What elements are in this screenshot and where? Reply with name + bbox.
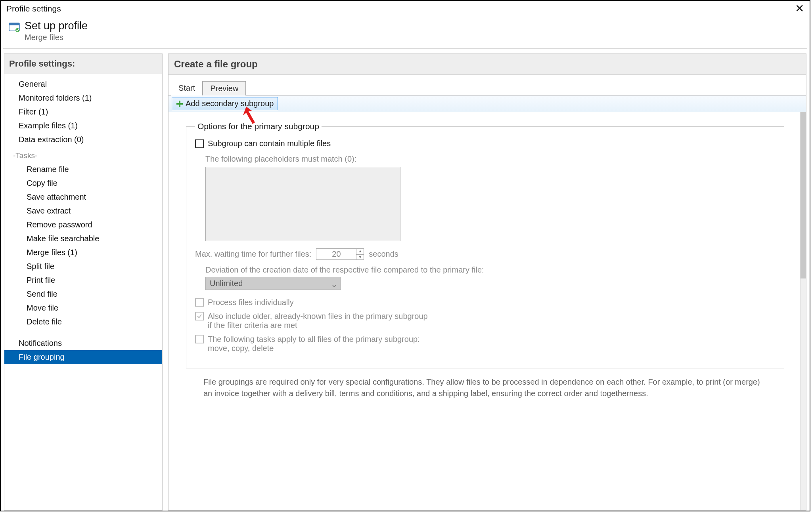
profile-icon [9, 21, 20, 32]
toolbar: Add secondary subgroup [169, 95, 806, 112]
wait-time-label: Max. waiting time for further files: [195, 250, 311, 259]
sidebar-item-save-attachment[interactable]: Save attachment [4, 190, 162, 204]
spinner-down-icon[interactable]: ▼ [356, 254, 364, 260]
checkbox-include-older[interactable] [195, 312, 204, 320]
deviation-select[interactable]: Unlimited [205, 277, 341, 290]
sidebar-item-copy-file[interactable]: Copy file [4, 176, 162, 190]
sidebar-item-save-extract[interactable]: Save extract [4, 204, 162, 218]
page-subtitle: Merge files [25, 33, 88, 42]
chevron-down-icon [332, 281, 337, 286]
sidebar-item-filter[interactable]: Filter (1) [4, 105, 162, 119]
page-title: Set up profile [25, 20, 88, 32]
sidebar-item-monitored-folders[interactable]: Monitored folders (1) [4, 91, 162, 105]
wait-time-unit: seconds [369, 250, 398, 259]
sidebar-item-remove-password[interactable]: Remove password [4, 218, 162, 232]
checkbox-process-individually-label: Process files individually [208, 298, 294, 307]
window-title: Profile settings [6, 4, 61, 13]
tab-start[interactable]: Start [171, 81, 203, 95]
checkbox-include-older-label: Also include older, already-known files … [208, 312, 428, 330]
scrollbar-thumb[interactable] [801, 112, 806, 278]
sidebar-list: General Monitored folders (1) Filter (1)… [4, 74, 162, 364]
sidebar-item-file-grouping[interactable]: File grouping [4, 350, 162, 364]
checkbox-tasks-apply-label: The following tasks apply to all files o… [208, 335, 420, 353]
deviation-select-value: Unlimited [210, 279, 243, 288]
plus-icon [176, 100, 183, 107]
sidebar-item-make-searchable[interactable]: Make file searchable [4, 232, 162, 246]
sidebar: Profile settings: General Monitored fold… [4, 53, 163, 511]
window: Profile settings ✕ Set up profile Merge … [0, 0, 810, 511]
tab-preview[interactable]: Preview [203, 81, 246, 95]
header: Set up profile Merge files [1, 16, 810, 48]
svg-point-2 [15, 28, 19, 32]
placeholders-listbox[interactable] [205, 167, 400, 241]
sidebar-section-tasks: -Tasks- [4, 147, 162, 162]
placeholders-label: The following placeholders must match (0… [205, 154, 775, 164]
body: Profile settings: General Monitored fold… [1, 49, 810, 511]
sidebar-item-data-extraction[interactable]: Data extraction (0) [4, 133, 162, 147]
sidebar-item-split-file[interactable]: Split file [4, 259, 162, 273]
main-heading: Create a file group [169, 54, 806, 75]
scrollbar[interactable] [800, 112, 806, 510]
tabs: Start Preview [169, 75, 806, 95]
sidebar-item-general[interactable]: General [4, 77, 162, 91]
spinner-up-icon[interactable]: ▲ [356, 249, 364, 254]
close-icon[interactable]: ✕ [795, 3, 804, 14]
wait-time-spinner[interactable]: 20 ▲ ▼ [316, 248, 364, 260]
add-secondary-subgroup-button[interactable]: Add secondary subgroup [172, 97, 278, 110]
sidebar-divider [19, 333, 154, 333]
checkbox-multiple-files[interactable] [195, 139, 204, 148]
sidebar-heading: Profile settings: [4, 54, 162, 74]
svg-rect-4 [176, 103, 183, 105]
primary-subgroup-legend: Options for the primary subgroup [195, 122, 322, 131]
sidebar-item-send-file[interactable]: Send file [4, 287, 162, 301]
primary-subgroup-group: Options for the primary subgroup Subgrou… [186, 122, 784, 368]
sidebar-item-example-files[interactable]: Example files (1) [4, 119, 162, 133]
checkbox-multiple-files-label: Subgroup can contain multiple files [208, 139, 331, 148]
sidebar-item-print-file[interactable]: Print file [4, 273, 162, 287]
svg-rect-1 [9, 23, 19, 25]
titlebar: Profile settings ✕ [1, 1, 810, 16]
add-secondary-subgroup-label: Add secondary subgroup [186, 99, 274, 108]
sidebar-item-move-file[interactable]: Move file [4, 301, 162, 315]
sidebar-item-delete-file[interactable]: Delete file [4, 315, 162, 329]
sidebar-item-rename-file[interactable]: Rename file [4, 162, 162, 176]
checkbox-tasks-apply[interactable] [195, 335, 204, 343]
checkbox-process-individually[interactable] [195, 298, 204, 307]
sidebar-item-merge-files[interactable]: Merge files (1) [4, 246, 162, 259]
footnote-text: File groupings are required only for ver… [186, 368, 784, 399]
main-panel: Create a file group Start Preview Add se… [168, 53, 806, 511]
wait-time-value: 20 [316, 249, 356, 259]
content: Options for the primary subgroup Subgrou… [169, 112, 800, 510]
sidebar-item-notifications[interactable]: Notifications [4, 336, 162, 350]
deviation-label: Deviation of the creation date of the re… [205, 265, 775, 275]
scroll-area: Options for the primary subgroup Subgrou… [169, 112, 806, 510]
